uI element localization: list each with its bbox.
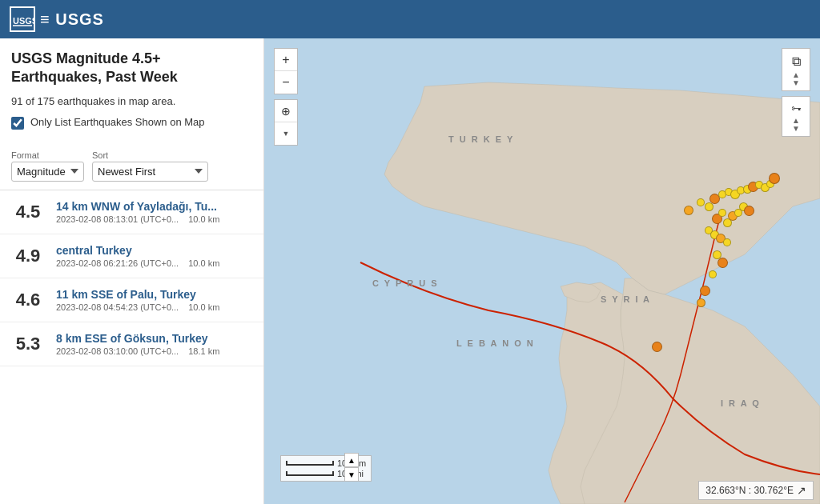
filter-checkbox-row: Only List Earthquakes Shown on Map bbox=[11, 115, 252, 130]
zoom-out-button[interactable]: − bbox=[275, 71, 297, 94]
sort-label: Sort bbox=[92, 150, 208, 160]
main-layout: USGS Magnitude 4.5+ Earthquakes, Past We… bbox=[0, 38, 820, 504]
earthquake-dot[interactable] bbox=[709, 270, 717, 278]
earthquake-dot[interactable] bbox=[718, 209, 726, 217]
map-only-label[interactable]: Only List Earthquakes Shown on Map bbox=[30, 115, 205, 130]
earthquake-list: 4.5 14 km WNW of Yayladağı, Tu... 2023-0… bbox=[0, 190, 263, 366]
scale-line-mi bbox=[286, 471, 334, 476]
earthquake-name: 14 km WNW of Yayladağı, Tu... bbox=[56, 200, 224, 213]
key-panel: 🗝 ▲ ▼ bbox=[782, 96, 810, 137]
earthquake-dot[interactable] bbox=[744, 206, 754, 216]
globe-button[interactable]: ⊕ bbox=[275, 100, 297, 122]
sidebar-title: USGS Magnitude 4.5+ Earthquakes, Past We… bbox=[11, 50, 252, 87]
earthquake-date: 2023-02-08 03:10:00 (UTC+0... bbox=[56, 346, 179, 356]
earthquake-meta: 2023-02-08 03:10:00 (UTC+0... 18.1 km bbox=[56, 346, 252, 356]
earthquake-list-item[interactable]: 4.6 11 km SSE of Palu, Turkey 2023-02-08… bbox=[0, 278, 263, 322]
earthquake-magnitude: 4.9 bbox=[11, 246, 45, 266]
app-header: USGS ≡ USGS bbox=[0, 0, 820, 38]
layers-down-arrow[interactable]: ▼ bbox=[792, 79, 800, 87]
coordinates-icon: ↗ bbox=[797, 484, 806, 497]
earthquake-meta: 2023-02-08 04:54:23 (UTC+0... 10.0 km bbox=[56, 302, 252, 312]
earthquake-date: 2023-02-08 08:13:01 (UTC+0... bbox=[56, 214, 179, 224]
globe-down-button[interactable]: ▼ bbox=[275, 122, 297, 145]
earthquake-dot[interactable] bbox=[723, 238, 731, 246]
earthquake-magnitude: 5.3 bbox=[11, 334, 45, 354]
earthquake-date: 2023-02-08 04:54:23 (UTC+0... bbox=[56, 302, 179, 312]
earthquake-list-item[interactable]: 4.9 central Turkey 2023-02-08 06:21:26 (… bbox=[0, 234, 263, 278]
earthquake-list-item[interactable]: 4.5 14 km WNW of Yayladağı, Tu... 2023-0… bbox=[0, 190, 263, 234]
earthquake-dot[interactable] bbox=[652, 342, 662, 352]
map-svg bbox=[264, 38, 820, 504]
earthquake-details: 8 km ESE of Göksun, Turkey 2023-02-08 03… bbox=[56, 332, 252, 356]
earthquake-depth: 10.0 km bbox=[188, 258, 219, 268]
earthquake-meta: 2023-02-08 08:13:01 (UTC+0... 10.0 km bbox=[56, 214, 252, 224]
earthquake-dot[interactable] bbox=[697, 198, 705, 206]
sidebar-header: USGS Magnitude 4.5+ Earthquakes, Past We… bbox=[0, 38, 263, 144]
scale-down-button[interactable]: ▼ bbox=[344, 467, 359, 482]
scale-line-km bbox=[286, 461, 334, 466]
earthquake-details: 11 km SSE of Palu, Turkey 2023-02-08 04:… bbox=[56, 288, 252, 312]
format-group: Format Magnitude Date Depth bbox=[11, 150, 84, 182]
earthquake-name: 11 km SSE of Palu, Turkey bbox=[56, 288, 224, 301]
sort-select[interactable]: Newest First Oldest First Largest Magnit… bbox=[92, 162, 208, 182]
earthquake-dot[interactable] bbox=[684, 206, 693, 215]
coordinates-bar: 32.663°N : 30.762°E ↗ bbox=[698, 481, 814, 500]
map-controls-left: + − ⊕ ▼ bbox=[274, 48, 298, 146]
earthquake-dot[interactable] bbox=[697, 298, 705, 307]
scale-nav: ▲ ▼ bbox=[344, 453, 359, 482]
svg-text:USGS: USGS bbox=[13, 16, 34, 26]
zoom-controls: + − bbox=[274, 48, 298, 94]
sidebar: USGS Magnitude 4.5+ Earthquakes, Past We… bbox=[0, 38, 264, 504]
earthquake-magnitude: 4.6 bbox=[11, 290, 45, 310]
earthquake-details: 14 km WNW of Yayladağı, Tu... 2023-02-08… bbox=[56, 200, 252, 224]
layers-button[interactable]: ⧉ bbox=[790, 52, 803, 71]
map-container[interactable]: T U R K E Y S Y R I A I R A Q C Y P R U … bbox=[264, 38, 820, 504]
earthquake-date: 2023-02-08 06:21:26 (UTC+0... bbox=[56, 258, 179, 268]
earthquake-list-item[interactable]: 5.3 8 km ESE of Göksun, Turkey 2023-02-0… bbox=[0, 322, 263, 366]
earthquake-depth: 10.0 km bbox=[188, 214, 219, 224]
sidebar-count: 91 of 175 earthquakes in map area. bbox=[11, 95, 252, 107]
layers-panel: ⧉ ▲ ▼ bbox=[782, 48, 810, 91]
earthquake-depth: 10.0 km bbox=[188, 302, 219, 312]
map-controls-right: ⧉ ▲ ▼ 🗝 ▲ ▼ bbox=[782, 48, 810, 137]
map-only-checkbox[interactable] bbox=[11, 117, 24, 130]
coordinates-text: 32.663°N : 30.762°E bbox=[705, 485, 794, 496]
earthquake-name: central Turkey bbox=[56, 244, 224, 257]
earthquake-magnitude: 4.5 bbox=[11, 202, 45, 222]
earthquake-dot[interactable] bbox=[769, 173, 780, 184]
format-select[interactable]: Magnitude Date Depth bbox=[11, 162, 84, 182]
key-button[interactable]: 🗝 bbox=[789, 100, 804, 117]
usgs-logo: USGS ≡ USGS bbox=[10, 6, 104, 32]
earthquake-name: 8 km ESE of Göksun, Turkey bbox=[56, 332, 224, 345]
earthquake-dot[interactable] bbox=[718, 258, 728, 268]
usgs-logo-icon: USGS bbox=[10, 6, 35, 32]
header-title: ≡ USGS bbox=[40, 10, 104, 29]
format-label: Format bbox=[11, 150, 84, 160]
earthquake-details: central Turkey 2023-02-08 06:21:26 (UTC+… bbox=[56, 244, 252, 268]
zoom-in-button[interactable]: + bbox=[275, 49, 297, 71]
earthquake-depth: 18.1 km bbox=[188, 346, 219, 356]
key-down-arrow[interactable]: ▼ bbox=[792, 125, 800, 133]
scale-up-button[interactable]: ▲ bbox=[344, 453, 359, 467]
globe-control: ⊕ ▼ bbox=[274, 99, 298, 146]
earthquake-dot[interactable] bbox=[700, 286, 710, 296]
sort-group: Sort Newest First Oldest First Largest M… bbox=[92, 150, 208, 182]
format-sort-row: Format Magnitude Date Depth Sort Newest … bbox=[0, 144, 263, 190]
earthquake-meta: 2023-02-08 06:21:26 (UTC+0... 10.0 km bbox=[56, 258, 252, 268]
